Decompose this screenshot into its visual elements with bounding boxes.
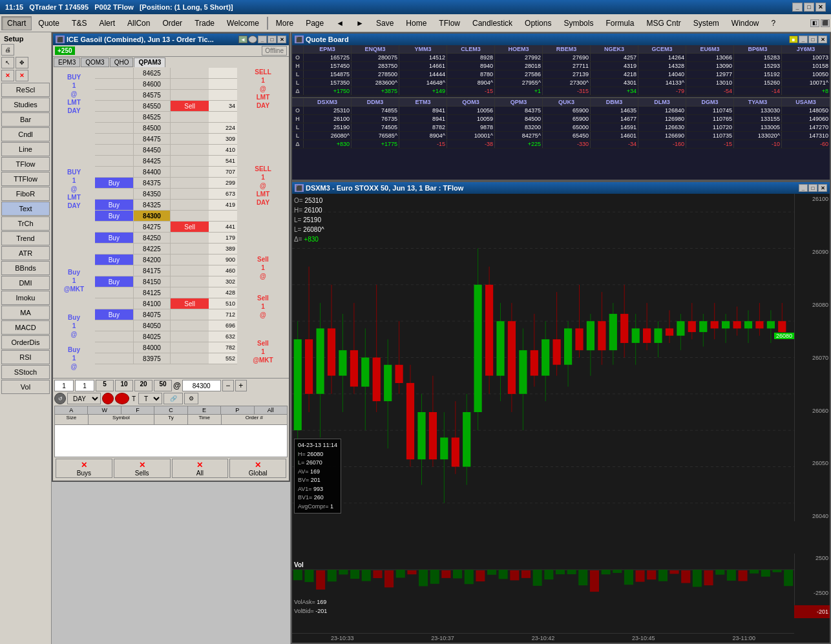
sell-cell[interactable] — [171, 189, 209, 199]
sidebar-ttflow[interactable]: TTFlow — [1, 172, 50, 186]
qb-yellow-btn[interactable]: ■ — [789, 36, 798, 43]
sell-cell[interactable] — [171, 254, 209, 265]
menu-save[interactable]: Save — [370, 16, 399, 30]
buy-cell[interactable] — [95, 167, 133, 177]
price-row[interactable]: 83975552 — [95, 353, 237, 364]
price-row[interactable]: 84525 — [95, 112, 237, 123]
buy-cell[interactable] — [95, 68, 133, 78]
qb-sym-etm3[interactable]: ETM3 — [399, 98, 447, 106]
buy-cell[interactable] — [95, 112, 133, 122]
sell-cell[interactable] — [171, 134, 209, 144]
sidebar-cndl[interactable]: Cndl — [1, 127, 50, 141]
qb-sym-enqm3[interactable]: ENQM3 — [352, 45, 399, 53]
sidebar-macd[interactable]: MACD — [1, 320, 50, 335]
price-row[interactable]: 84350673 — [95, 189, 237, 200]
menu-quote[interactable]: Quote — [32, 16, 65, 30]
sell-cell[interactable] — [171, 276, 209, 287]
menu-formula[interactable]: Formula — [600, 16, 640, 30]
sell-cell[interactable] — [171, 167, 209, 177]
menu-order[interactable]: Order — [156, 16, 188, 30]
qb-minimize[interactable]: _ — [799, 36, 808, 43]
plus-button[interactable]: + — [235, 380, 247, 391]
price-cell[interactable]: 84225 — [133, 244, 171, 254]
price-cell[interactable]: 84525 — [133, 112, 171, 122]
price-input[interactable] — [182, 380, 221, 391]
col-f[interactable]: F — [121, 406, 154, 414]
day-selector[interactable]: DAY GTC IOC — [67, 393, 101, 404]
qb-sym-usam3[interactable]: USAM3 — [782, 98, 830, 106]
qb-sym-quk3[interactable]: QUK3 — [543, 98, 591, 106]
ot-minimize[interactable]: _ — [258, 36, 267, 43]
price-cell[interactable]: 84100 — [133, 298, 171, 309]
chart-maximize[interactable]: □ — [808, 184, 817, 192]
price-row[interactable]: Buy84200900 — [95, 254, 237, 265]
sell-cell[interactable] — [171, 79, 209, 89]
buy-cell[interactable] — [95, 189, 133, 199]
col-w[interactable]: W — [88, 406, 121, 414]
col-c[interactable]: C — [154, 406, 187, 414]
sidebar-dmi[interactable]: DMI — [1, 276, 50, 290]
sell-cell[interactable]: Sell — [171, 101, 209, 111]
buy-cell[interactable]: Buy — [95, 276, 133, 287]
qb-sym-rbem3[interactable]: RBEM3 — [543, 45, 591, 53]
qty-50[interactable]: 50 — [154, 380, 172, 391]
arrow-left-btn[interactable]: ◄ — [238, 36, 247, 43]
price-cell[interactable]: 84325 — [133, 200, 171, 210]
sell-cell[interactable] — [171, 123, 209, 133]
cancel-sells-btn[interactable]: ✕ Sells — [114, 459, 171, 478]
price-row[interactable]: 84275Sell441 — [95, 222, 237, 233]
sidebar-bbnds[interactable]: BBnds — [1, 261, 50, 275]
price-cell[interactable]: 84050 — [133, 320, 171, 331]
menu-system[interactable]: System — [688, 16, 725, 30]
close-button[interactable]: ✕ — [815, 3, 826, 12]
buy-cell[interactable]: Buy — [95, 211, 133, 221]
qb-sym-clem3[interactable]: CLEM3 — [447, 45, 495, 53]
price-row[interactable]: Buy84075712 — [95, 309, 237, 320]
price-cell[interactable]: 84625 — [133, 68, 171, 78]
price-cell[interactable]: 84175 — [133, 265, 171, 276]
buy-cell[interactable] — [95, 353, 133, 364]
price-cell[interactable]: 84450 — [133, 145, 171, 155]
sell-cell[interactable]: Sell — [171, 222, 209, 232]
sidebar-fibor[interactable]: FiboR — [1, 187, 50, 201]
buy-cell[interactable] — [95, 101, 133, 111]
buy-cell[interactable] — [95, 156, 133, 166]
sidebar-rsi[interactable]: RSI — [1, 350, 50, 364]
price-cell[interactable]: 84425 — [133, 156, 171, 166]
menu-prev[interactable]: ◄ — [330, 16, 350, 30]
circle-btn[interactable] — [248, 36, 257, 43]
menu-tflow[interactable]: TFlow — [433, 16, 466, 30]
refresh-icon[interactable]: ↺ — [54, 393, 66, 404]
price-cell[interactable]: 84575 — [133, 90, 171, 100]
buy-cell[interactable] — [95, 342, 133, 353]
col-all[interactable]: All — [255, 406, 287, 414]
price-cell[interactable]: 84250 — [133, 233, 171, 243]
qb-sym-ymm3[interactable]: YMM3 — [399, 45, 447, 53]
sell-cell[interactable] — [171, 331, 209, 342]
col-p[interactable]: P — [221, 406, 254, 414]
price-row[interactable]: 84475309 — [95, 134, 237, 145]
sell-cell[interactable] — [171, 342, 209, 353]
qty-5[interactable]: 5 — [96, 380, 114, 391]
qb-sym-jy6m3[interactable]: JY6M3 — [782, 45, 830, 53]
x-icon[interactable]: ✕ — [1, 70, 14, 81]
sidebar-bar[interactable]: Bar — [1, 112, 50, 127]
qb-sym-ddm3[interactable]: DDM3 — [352, 98, 399, 106]
screen-icon-2[interactable]: ⬛ — [821, 19, 830, 27]
price-row[interactable]: 84575 — [95, 90, 237, 101]
tab-epm3[interactable]: EPM3 — [54, 57, 80, 67]
sidebar-line[interactable]: Line — [1, 142, 50, 156]
price-row[interactable]: 84000782 — [95, 342, 237, 353]
menu-trade[interactable]: Trade — [189, 16, 220, 30]
sell-cell[interactable] — [171, 178, 209, 188]
qb-sym-qpm3[interactable]: QPM3 — [495, 98, 543, 106]
price-row[interactable]: 84225389 — [95, 244, 237, 254]
price-row[interactable]: 84600 — [95, 79, 237, 90]
qb-sym-epm3[interactable]: EPM3 — [304, 45, 352, 53]
sidebar-vol[interactable]: Vol — [1, 380, 50, 394]
price-cell[interactable]: 84400 — [133, 167, 171, 177]
tab-qpam3[interactable]: QPAM3 — [134, 57, 165, 67]
qty-input-2[interactable] — [75, 380, 94, 391]
cancel-global-btn[interactable]: ✕ Global — [229, 459, 286, 478]
menu-chart[interactable]: Chart — [1, 16, 32, 30]
